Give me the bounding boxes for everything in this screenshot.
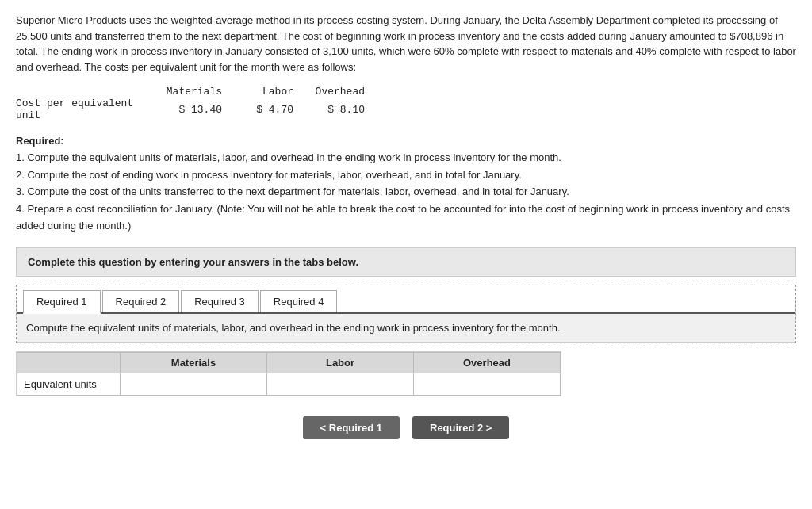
input-cell-materials[interactable]: [121, 373, 267, 395]
instruction-text: Complete this question by entering your …: [28, 256, 358, 268]
equiv-units-materials-input[interactable]: [127, 378, 260, 390]
nav-buttons-row: < Required 1 Required 2 >: [16, 416, 796, 446]
tab-content-text: Compute the equivalent units of material…: [26, 322, 561, 334]
problem-text: Superior Micro Products uses the weighte…: [16, 13, 796, 75]
cost-materials-value: $ 13.40: [159, 104, 230, 116]
cost-row-label: Cost per equivalent unit: [16, 98, 159, 121]
equiv-units-labor-input[interactable]: [274, 378, 407, 390]
col-header-labor: Labor: [230, 86, 301, 98]
answer-col-materials: Materials: [121, 352, 267, 373]
required-section: Required: 1. Compute the equivalent unit…: [16, 132, 796, 235]
required-item-3: 3. Compute the cost of the units transfe…: [16, 186, 569, 197]
tab-content: Compute the equivalent units of material…: [17, 314, 795, 343]
col-empty-header: [17, 352, 121, 373]
input-cell-overhead[interactable]: [414, 373, 561, 395]
tabs-row: Required 1 Required 2 Required 3 Require…: [17, 290, 795, 314]
required-item-4: 4. Prepare a cost reconciliation for Jan…: [16, 203, 790, 232]
cost-table: Materials Labor Overhead Cost per equiva…: [16, 86, 796, 121]
cost-labor-value: $ 4.70: [230, 104, 301, 116]
tab-required-2[interactable]: Required 2: [102, 290, 180, 312]
row-label-equiv-units: Equivalent units: [17, 373, 121, 395]
tab-required-4[interactable]: Required 4: [260, 290, 338, 312]
cost-overhead-value: $ 8.10: [301, 104, 373, 116]
input-cell-labor[interactable]: [267, 373, 414, 395]
prev-button[interactable]: < Required 1: [303, 416, 400, 439]
answer-table-wrapper: Materials Labor Overhead Equivalent unit…: [16, 351, 561, 396]
tab-required-1[interactable]: Required 1: [23, 290, 101, 314]
required-item-1: 1. Compute the equivalent units of mater…: [16, 151, 561, 163]
answer-col-labor: Labor: [267, 352, 414, 373]
table-row: Equivalent units: [17, 373, 561, 395]
tab-required-3[interactable]: Required 3: [181, 290, 259, 312]
tabs-container: Required 1 Required 2 Required 3 Require…: [16, 285, 796, 343]
col-header-materials: Materials: [159, 86, 230, 98]
col-header-overhead: Overhead: [301, 86, 373, 98]
answer-table: Materials Labor Overhead Equivalent unit…: [17, 352, 561, 396]
complete-box: Complete this question by entering your …: [16, 247, 796, 277]
required-title: Required:: [16, 135, 64, 147]
answer-col-overhead: Overhead: [414, 352, 561, 373]
equiv-units-overhead-input[interactable]: [420, 378, 553, 390]
next-button[interactable]: Required 2 >: [412, 416, 509, 439]
required-item-2: 2. Compute the cost of ending work in pr…: [16, 169, 522, 181]
